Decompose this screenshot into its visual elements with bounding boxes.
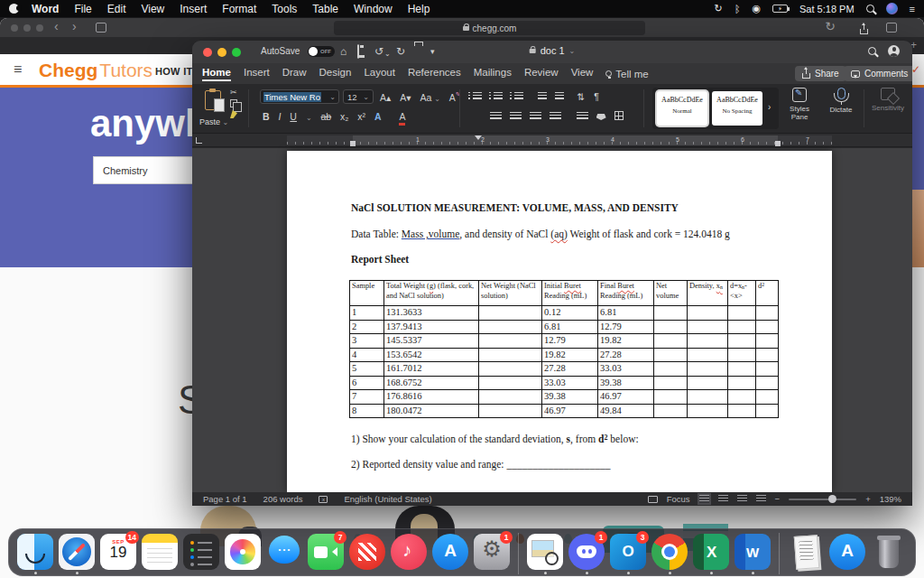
table-cell[interactable] [756,390,779,405]
chegg-logo[interactable]: CheggTutors [39,60,152,81]
page-count[interactable]: Page 1 of 1 [203,494,247,504]
table-cell[interactable] [654,404,688,418]
right-indent-marker[interactable] [775,141,781,146]
table-cell[interactable] [479,306,542,321]
siri-icon[interactable] [886,3,898,14]
cut-icon[interactable]: ✂ [230,88,237,97]
table-cell[interactable]: 168.6752 [384,376,479,390]
table-cell[interactable]: 33.03 [598,362,654,377]
table-cell[interactable] [728,390,756,405]
table-header-cell[interactable]: Net Weight (NaCl solution) [479,281,542,306]
table-cell[interactable]: 27.28 [542,362,598,377]
outline-view-icon[interactable] [737,495,747,503]
first-line-indent-marker[interactable] [475,135,482,144]
word-titlebar[interactable]: AutoSave OFF ⌂ ↺ ⌄ ↻ ▾ doc 1 ⌄ [192,41,912,63]
table-cell[interactable] [479,334,542,349]
styles-pane-button[interactable]: Styles Pane [781,88,818,121]
table-cell[interactable] [688,320,728,334]
table-cell[interactable] [728,320,756,334]
notification-center-icon[interactable]: ≡ [910,4,915,14]
zoom-out-icon[interactable]: − [775,494,781,504]
table-cell[interactable]: 161.7012 [384,362,479,377]
title-chevron-icon[interactable]: ⌄ [569,47,576,55]
table-cell[interactable] [728,348,756,362]
bluetooth-icon[interactable]: ᛒ [735,4,741,14]
table-cell[interactable] [688,334,728,349]
spotlight-icon[interactable] [866,5,874,13]
table-cell[interactable]: 39.38 [598,376,654,390]
browser-back-button[interactable]: ‹ [54,19,59,33]
table-cell[interactable]: 27.28 [598,348,654,362]
dock-sysprefs-icon[interactable]: 1 [474,534,510,570]
tab-overview-icon[interactable] [886,23,897,33]
reload-icon[interactable]: ↻ [825,19,836,33]
home-icon[interactable]: ⌂ [340,45,346,58]
table-cell[interactable]: 176.8616 [384,390,479,405]
table-cell[interactable] [728,404,756,418]
tab-insert[interactable]: Insert [244,67,270,81]
text-effects-button[interactable]: A [374,111,382,122]
align-center-icon[interactable] [510,112,522,120]
network-icon[interactable]: ◉ [752,3,761,14]
sync-icon[interactable]: ↻ [715,3,723,14]
borders-icon[interactable] [614,111,624,120]
sensitivity-button[interactable]: Sensit​ivity [867,88,909,112]
focus-label[interactable]: Focus [667,494,690,504]
decrease-indent-icon[interactable] [538,92,547,100]
zoom-in-icon[interactable]: + [865,494,871,504]
minimize-button[interactable] [217,48,226,57]
dock-music-icon[interactable] [391,534,427,570]
align-left-icon[interactable] [490,112,502,120]
line-spacing-icon[interactable] [577,112,588,120]
dictate-button[interactable]: Dictate [824,88,858,114]
dock-discord-icon[interactable]: 1 [568,534,605,574]
table-cell[interactable]: 33.03 [542,376,598,390]
dock-preview-icon[interactable] [527,534,563,574]
table-cell[interactable]: 46.97 [542,404,598,418]
tab-design[interactable]: Design [319,67,352,81]
menu-file[interactable]: File [74,3,91,15]
font-size-select[interactable]: 12⌄ [343,89,374,104]
underline-chevron[interactable]: ⌄ [306,114,312,122]
table-header-cell[interactable]: Final Buret Reading (mL) [598,281,654,306]
table-cell[interactable] [688,362,728,377]
bullet-list-icon[interactable] [468,92,482,100]
font-name-select[interactable]: Times New Ro⌄ [260,89,339,104]
table-cell[interactable] [654,334,688,349]
table-cell[interactable]: 3 [350,334,384,349]
tab-selector-icon[interactable] [196,137,202,144]
table-header-cell[interactable]: d2 [756,281,779,306]
zoom-knob[interactable] [828,495,836,503]
table-header-cell[interactable]: Sample [350,281,384,306]
table-cell[interactable] [654,306,688,321]
browser-zoom-button[interactable] [36,24,43,32]
table-header-cell[interactable]: Density, xn [688,281,728,306]
table-header-cell[interactable]: Net volume [654,281,688,306]
font-color-button[interactable]: A [399,111,405,126]
word-search-icon[interactable] [868,47,876,55]
menu-edit[interactable]: Edit [107,3,126,15]
table-cell[interactable]: 19.82 [598,334,654,349]
table-cell[interactable] [654,376,688,390]
underline-button[interactable]: U [290,111,297,122]
increase-indent-icon[interactable] [555,92,564,100]
italic-button[interactable]: I [279,111,282,122]
table-cell[interactable]: 180.0472 [384,404,479,418]
table-cell[interactable] [756,404,779,418]
browser-share-icon[interactable] [860,29,868,34]
table-cell[interactable] [654,348,688,362]
ruler[interactable]: 1234567 [192,134,912,147]
dock-calendar-icon[interactable]: SEP1914 [100,534,136,570]
shading-icon[interactable] [596,114,606,120]
dock-reminders-icon[interactable] [183,534,219,570]
menu-table[interactable]: Table [312,3,338,15]
dock-photos-icon[interactable] [225,534,261,570]
numbered-list-icon[interactable] [489,92,503,100]
table-cell[interactable] [654,320,688,334]
table-cell[interactable]: 137.9413 [384,320,479,334]
dock-word-icon[interactable] [735,534,771,574]
table-header-cell[interactable]: Initial Buret Reading (mL) [542,281,598,306]
change-case-button[interactable]: Aa ⌄ [420,92,439,103]
subject-input[interactable]: Chemistry [93,156,205,184]
address-bar[interactable]: chegg.com [334,21,645,35]
